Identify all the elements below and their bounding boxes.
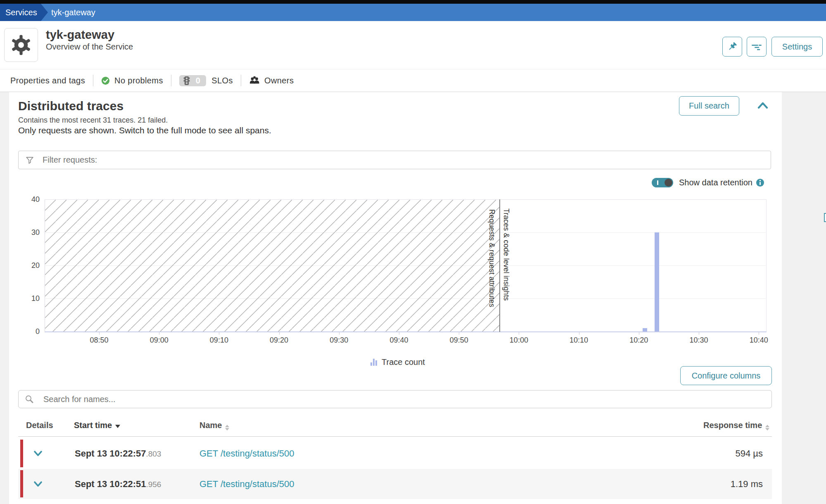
page-subtitle: Overview of the Service (46, 42, 133, 52)
error-severity-bar (20, 470, 23, 497)
x-tick-label: 10:40 (740, 336, 777, 345)
right-gutter (782, 92, 826, 504)
tab-separator (241, 75, 241, 86)
breadcrumb: Services tyk-gateway (0, 4, 826, 21)
left-gutter (0, 92, 9, 504)
col-header-start-time[interactable]: Start time (74, 421, 120, 430)
x-tick-mark (159, 332, 159, 335)
os-top-strip (0, 0, 826, 4)
configure-columns-label: Configure columns (692, 371, 761, 381)
section-summary: Contains the most recent 31 traces. 21 f… (18, 116, 168, 125)
service-icon-box (4, 28, 38, 62)
x-tick-mark (339, 332, 339, 335)
collapse-chevron-icon[interactable] (757, 101, 769, 111)
info-icon[interactable] (756, 179, 764, 187)
legend-bars-icon (370, 359, 377, 366)
x-tick-label: 09:30 (320, 336, 358, 345)
search-icon (24, 394, 34, 404)
trace-row[interactable]: Sept 13 10:22:57.803 GET /testing/status… (18, 438, 772, 469)
breadcrumb-current-label: tyk-gateway (51, 8, 95, 17)
breadcrumb-current[interactable]: tyk-gateway (51, 4, 95, 21)
trace-count-bar[interactable] (655, 232, 659, 331)
show-data-retention-row: Show data retention (652, 177, 764, 187)
x-tick-label: 09:40 (380, 336, 418, 345)
tab-properties-label: Properties and tags (10, 76, 85, 85)
settings-button[interactable]: Settings (771, 37, 823, 57)
trace-count-bar[interactable] (643, 328, 647, 331)
show-data-retention-toggle[interactable] (652, 178, 673, 187)
x-tick-mark (219, 332, 219, 335)
configure-columns-button[interactable]: Configure columns (680, 366, 772, 385)
error-severity-bar (20, 440, 23, 467)
retention-label-right: Traces & code level insights (502, 208, 510, 301)
x-tick-mark (279, 332, 280, 335)
settings-button-label: Settings (782, 42, 812, 52)
trace-start-time: Sept 13 10:22:51.956 (75, 479, 161, 490)
retention-label-left: Requests & request attributes (487, 209, 496, 307)
sort-toggle-icon (225, 425, 229, 431)
x-tick-label: 09:10 (200, 336, 237, 345)
sort-toggle-icon (765, 425, 769, 431)
owners-icon (249, 76, 260, 85)
breadcrumb-services-label: Services (5, 8, 37, 17)
slo-badge: 0 (179, 75, 206, 86)
clipped-side-panel-fragment (824, 213, 826, 222)
data-retention-hatched-region (45, 200, 499, 331)
filter-input[interactable]: Filter requests: (18, 151, 771, 169)
page: Services tyk-gateway tyk-gateway Overvie… (0, 0, 826, 504)
trace-name-link[interactable]: GET /testing/status/500 (199, 479, 294, 490)
y-tick-label: 30 (15, 228, 40, 237)
trace-response-time: 1.19 ms (731, 479, 763, 490)
trace-row[interactable]: Sept 13 10:22:51.956 GET /testing/status… (18, 469, 772, 499)
breadcrumb-services[interactable]: Services (0, 4, 48, 21)
filter-funnel-icon (25, 156, 34, 165)
expand-chevron-icon[interactable] (33, 450, 43, 457)
slo-count: 0 (196, 76, 201, 85)
col-header-details: Details (26, 421, 53, 430)
x-tick-mark (459, 332, 459, 335)
pin-button[interactable] (722, 37, 742, 57)
gear-icon (10, 34, 32, 56)
show-data-retention-label: Show data retention (679, 178, 752, 187)
y-tick-label: 10 (15, 294, 40, 303)
trace-name-link[interactable]: GET /testing/status/500 (199, 448, 294, 459)
page-title: tyk-gateway (46, 28, 114, 42)
sort-desc-icon (115, 425, 120, 428)
legend-label: Trace count (382, 357, 425, 367)
tab-properties-and-tags[interactable]: Properties and tags (10, 76, 85, 85)
waterfall-analysis-button[interactable] (747, 37, 767, 57)
x-tick-label: 09:50 (440, 336, 477, 345)
x-tick-mark (519, 332, 519, 335)
y-tick-label: 20 (15, 261, 40, 270)
tab-problems[interactable]: No problems (101, 76, 163, 85)
section-title: Distributed traces (18, 99, 123, 113)
tab-separator (93, 75, 93, 86)
expand-chevron-icon[interactable] (33, 480, 43, 488)
x-tick-label: 09:00 (140, 336, 178, 345)
traffic-light-icon (183, 76, 190, 85)
search-input[interactable]: Search for names... (18, 390, 772, 408)
x-tick-label: 10:00 (500, 336, 537, 345)
x-tick-label: 10:20 (620, 336, 657, 345)
x-axis-line (45, 331, 767, 332)
col-header-response-time[interactable]: Response time (703, 421, 769, 431)
tab-owners[interactable]: Owners (249, 76, 294, 85)
x-tick-mark (759, 332, 759, 335)
retention-boundary-line (499, 199, 500, 332)
trace-response-time: 594 µs (736, 448, 763, 459)
tab-slos[interactable]: 0 SLOs (179, 75, 233, 86)
search-placeholder: Search for names... (43, 395, 116, 404)
no-problems-check-icon (101, 76, 110, 85)
filter-placeholder: Filter requests: (43, 155, 97, 165)
full-search-label: Full search (689, 101, 729, 111)
waterfall-icon (751, 41, 762, 52)
x-tick-mark (699, 332, 699, 335)
y-tick-label: 0 (15, 327, 40, 336)
full-search-button[interactable]: Full search (679, 96, 739, 116)
tab-separator (171, 75, 171, 86)
tab-slos-label: SLOs (211, 76, 233, 85)
toggle-knob (665, 179, 672, 187)
table-header-divider (18, 436, 772, 437)
col-header-name[interactable]: Name (199, 421, 229, 431)
chart-legend[interactable]: Trace count (370, 356, 425, 366)
